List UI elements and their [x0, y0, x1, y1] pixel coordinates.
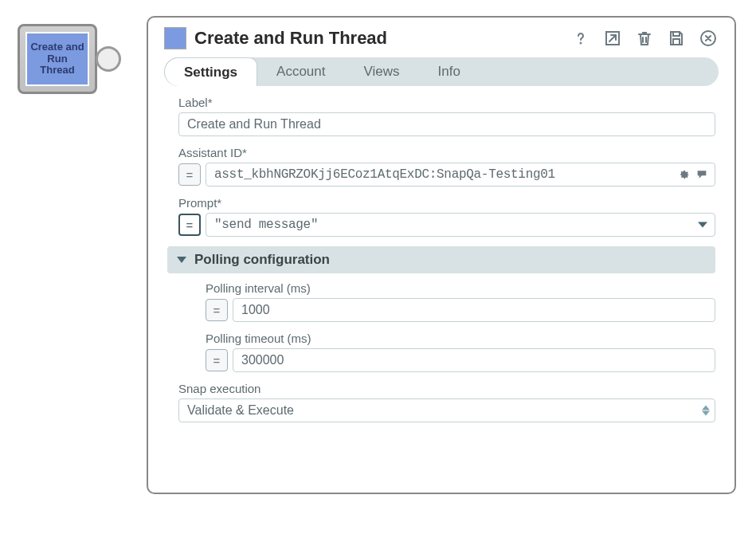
- settings-panel: Create and Run Thread Settings Account V…: [147, 16, 736, 494]
- expression-toggle-interval[interactable]: =: [206, 299, 228, 321]
- row-polling-interval: Polling interval (ms) =: [206, 281, 715, 322]
- gear-icon[interactable]: [677, 167, 691, 182]
- snap-node[interactable]: Create and Run Thread: [18, 24, 121, 94]
- tab-info[interactable]: Info: [419, 57, 480, 86]
- section-polling[interactable]: Polling configuration: [167, 246, 715, 273]
- label-polling-timeout: Polling timeout (ms): [206, 332, 715, 345]
- spinner-icon[interactable]: [702, 406, 710, 416]
- svg-rect-3: [673, 39, 680, 45]
- row-snap-execution: Snap execution Validate & Execute: [178, 382, 715, 422]
- polling-timeout-input[interactable]: [233, 348, 715, 372]
- panel-title: Create and Run Thread: [194, 28, 570, 49]
- polling-interval-input[interactable]: [233, 298, 715, 322]
- svg-rect-2: [673, 32, 680, 36]
- label-polling-interval: Polling interval (ms): [206, 281, 715, 295]
- tab-account[interactable]: Account: [257, 57, 344, 86]
- expression-toggle-timeout[interactable]: =: [206, 349, 228, 371]
- trash-icon[interactable]: [634, 28, 655, 49]
- expression-toggle-prompt[interactable]: =: [178, 214, 201, 236]
- label-assistant-id: Assistant ID*: [178, 146, 715, 159]
- snap-node-body: Create and Run Thread: [18, 24, 97, 94]
- row-label: Label*: [178, 96, 715, 136]
- snap-execution-select[interactable]: Validate & Execute: [178, 399, 715, 422]
- tab-views[interactable]: Views: [345, 57, 419, 86]
- assistant-id-suffix: [677, 167, 709, 182]
- row-polling-timeout: Polling timeout (ms) =: [206, 332, 715, 372]
- label-prompt: Prompt*: [178, 196, 715, 210]
- settings-form: Label* Assistant ID* = P: [164, 96, 719, 422]
- panel-header: Create and Run Thread: [164, 27, 719, 49]
- label-input[interactable]: [178, 112, 715, 136]
- prompt-input[interactable]: [206, 213, 715, 237]
- row-prompt: Prompt* =: [178, 196, 715, 237]
- label-label: Label*: [178, 96, 715, 109]
- suggest-icon[interactable]: [695, 167, 709, 182]
- tabs: Settings Account Views Info: [164, 57, 719, 86]
- header-actions: [570, 28, 719, 49]
- export-icon[interactable]: [602, 28, 623, 49]
- output-port[interactable]: [96, 46, 121, 72]
- tab-settings[interactable]: Settings: [164, 57, 257, 86]
- assistant-id-input[interactable]: [206, 163, 715, 187]
- save-icon[interactable]: [666, 28, 687, 49]
- snap-node-label: Create and Run Thread: [25, 32, 89, 86]
- snap-execution-value: Validate & Execute: [187, 403, 294, 418]
- help-icon[interactable]: [570, 28, 591, 49]
- row-assistant-id: Assistant ID* =: [178, 146, 715, 187]
- label-snap-execution: Snap execution: [178, 382, 715, 395]
- expression-toggle-assistant[interactable]: =: [178, 163, 201, 186]
- close-icon[interactable]: [698, 28, 719, 49]
- section-title: Polling configuration: [194, 252, 330, 268]
- chevron-down-icon: [177, 257, 186, 263]
- snap-color-icon: [164, 27, 186, 49]
- chevron-down-icon[interactable]: [698, 222, 707, 228]
- svg-point-0: [581, 43, 582, 44]
